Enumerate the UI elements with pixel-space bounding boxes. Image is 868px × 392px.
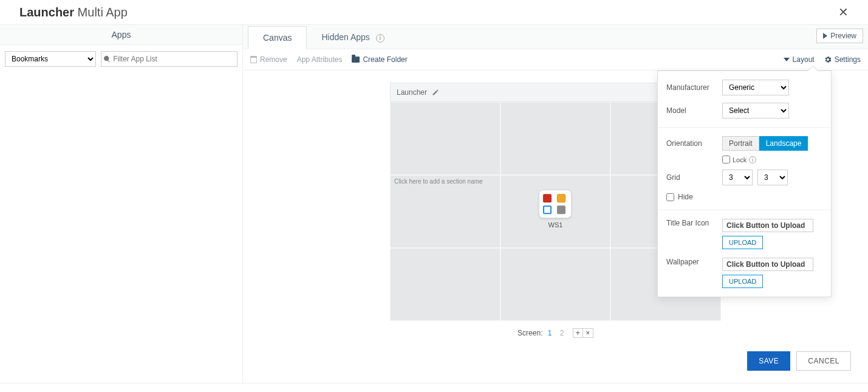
title-multiapp: Multi App bbox=[78, 5, 128, 19]
canvas-area: Launcher Click here to add a section nam… bbox=[243, 70, 868, 344]
bookmark-select[interactable]: Bookmarks bbox=[5, 51, 96, 67]
info-icon[interactable]: i bbox=[749, 156, 756, 163]
app-attributes-button[interactable]: App Attributes bbox=[297, 55, 343, 64]
chevron-down-icon bbox=[784, 58, 790, 61]
settings-label: Settings bbox=[835, 55, 861, 64]
titlebar-icon-label: Title Bar Icon bbox=[666, 219, 722, 227]
model-label: Model bbox=[666, 106, 722, 115]
info-icon[interactable]: i bbox=[376, 34, 384, 43]
play-icon bbox=[823, 33, 827, 39]
layout-toggle[interactable]: Layout bbox=[784, 55, 815, 64]
landscape-button[interactable]: Landscape bbox=[759, 136, 808, 151]
tab-canvas[interactable]: Canvas bbox=[248, 26, 307, 49]
app-attrs-label: App Attributes bbox=[297, 55, 343, 64]
action-row: Remove App Attributes Create Folder Layo… bbox=[243, 49, 868, 70]
screen-label: Screen: bbox=[518, 329, 542, 337]
tab-bar: Canvas Hidden Apps i Preview bbox=[243, 25, 868, 49]
grid-cell[interactable]: Click here to add a section name bbox=[390, 175, 501, 248]
layout-label: Layout bbox=[793, 55, 815, 64]
grid-cols-select[interactable]: 3 bbox=[722, 170, 753, 185]
orientation-label: Orientation bbox=[666, 139, 722, 148]
wallpaper-display: Click Button to Upload bbox=[722, 258, 813, 271]
lock-checkbox[interactable] bbox=[722, 156, 730, 163]
search-icon bbox=[104, 55, 111, 63]
layout-popover: Manufacturer Generic Model Select Orient… bbox=[657, 70, 832, 297]
grid-cell[interactable] bbox=[501, 248, 611, 321]
sidebar: Apps Bookmarks bbox=[0, 25, 243, 383]
manufacturer-label: Manufacturer bbox=[666, 83, 722, 92]
grid-cell[interactable] bbox=[501, 102, 611, 175]
titlebar-icon-display: Click Button to Upload bbox=[722, 219, 813, 232]
remove-label: Remove bbox=[260, 55, 287, 64]
main: Canvas Hidden Apps i Preview Remove App … bbox=[243, 25, 868, 383]
folder-label: WS1 bbox=[539, 221, 571, 229]
hide-checkbox[interactable] bbox=[666, 193, 674, 201]
manufacturer-select[interactable]: Generic bbox=[722, 80, 789, 95]
app-icon bbox=[557, 205, 566, 214]
remove-page-button[interactable]: × bbox=[583, 329, 593, 337]
settings-button[interactable]: Settings bbox=[824, 55, 861, 64]
preview-label: Preview bbox=[830, 32, 856, 40]
grid-cell[interactable] bbox=[390, 102, 501, 175]
create-folder-button[interactable]: Create Folder bbox=[352, 55, 407, 64]
app-icon bbox=[557, 194, 566, 202]
tab-hidden-label: Hidden Apps bbox=[321, 32, 369, 42]
title-launcher: Launcher bbox=[19, 5, 74, 19]
app-icon bbox=[543, 194, 552, 202]
titlebar-upload-button[interactable]: UPLOAD bbox=[722, 236, 763, 249]
page-title: Launcher Multi App bbox=[19, 5, 128, 19]
section-hint[interactable]: Click here to add a section name bbox=[394, 178, 483, 185]
folder-ws1[interactable]: WS1 bbox=[539, 190, 571, 229]
add-page-button[interactable]: + bbox=[573, 329, 583, 337]
preview-button[interactable]: Preview bbox=[816, 29, 863, 43]
modal-header: Launcher Multi App ✕ bbox=[0, 0, 868, 25]
pencil-icon[interactable] bbox=[432, 89, 439, 96]
wallpaper-upload-button[interactable]: UPLOAD bbox=[722, 275, 763, 288]
page-controls: + × bbox=[573, 328, 593, 338]
footer: SAVE CANCEL bbox=[243, 344, 868, 383]
grid-label: Grid bbox=[666, 173, 722, 182]
device-title-label: Launcher bbox=[397, 88, 427, 97]
cancel-button[interactable]: CANCEL bbox=[796, 351, 851, 371]
tab-hidden-apps[interactable]: Hidden Apps i bbox=[307, 26, 398, 49]
page-2[interactable]: 2 bbox=[560, 329, 564, 337]
app-icon bbox=[543, 205, 552, 214]
folder-icon bbox=[352, 57, 360, 63]
trash-icon bbox=[250, 56, 257, 63]
grid-cell[interactable] bbox=[390, 248, 501, 321]
save-button[interactable]: SAVE bbox=[747, 351, 790, 371]
page-1[interactable]: 1 bbox=[548, 329, 552, 337]
wallpaper-label: Wallpaper bbox=[666, 258, 722, 266]
close-icon[interactable]: ✕ bbox=[838, 5, 849, 19]
folder-tile bbox=[539, 190, 571, 218]
model-select[interactable]: Select bbox=[722, 103, 789, 119]
remove-button[interactable]: Remove bbox=[250, 55, 287, 64]
filter-input-wrap[interactable] bbox=[101, 51, 238, 67]
create-folder-label: Create Folder bbox=[363, 55, 407, 64]
filter-input[interactable] bbox=[113, 55, 234, 63]
screen-pagination: Screen: 1 2 + × bbox=[243, 328, 868, 338]
apps-header: Apps bbox=[0, 25, 242, 45]
grid-rows-select[interactable]: 3 bbox=[757, 170, 788, 185]
gear-icon bbox=[824, 56, 832, 63]
portrait-button[interactable]: Portrait bbox=[722, 136, 759, 151]
grid-cell[interactable]: WS1 bbox=[501, 175, 611, 248]
lock-label: Lock bbox=[733, 156, 747, 163]
hide-label: Hide bbox=[678, 193, 693, 201]
orientation-toggle: Portrait Landscape bbox=[722, 136, 808, 151]
